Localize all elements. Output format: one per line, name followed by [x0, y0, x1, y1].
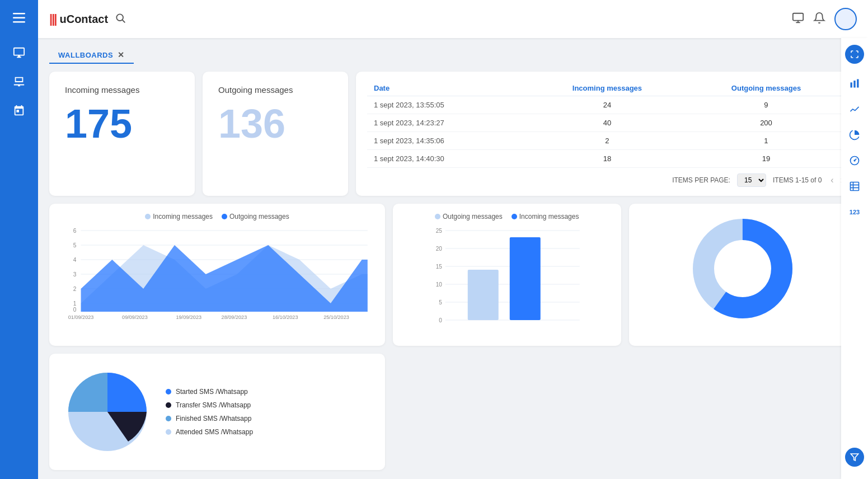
messages-table: Date Incoming messages Outgoing messages…: [367, 81, 846, 168]
prev-page-button[interactable]: ‹: [828, 175, 836, 185]
bar-chart-card: Outgoing messages Incoming messages: [393, 204, 621, 346]
svg-rect-2: [13, 21, 25, 23]
items-per-page-label: ITEMS PER PAGE:: [672, 176, 730, 184]
dashboard: Incoming messages 175 Outgoing messages …: [49, 72, 857, 470]
svg-text:28/09/2023: 28/09/2023: [222, 314, 247, 320]
pie-chart-svg: [63, 367, 152, 457]
user-avatar[interactable]: [834, 8, 857, 30]
svg-rect-41: [468, 270, 499, 320]
legend-finished: Finished SMS /Whatsapp: [166, 415, 253, 422]
bar-chart-panel-icon[interactable]: [844, 73, 865, 94]
legend-outgoing-dot: [222, 214, 227, 219]
svg-marker-55: [851, 454, 858, 461]
side-panel: 123: [841, 38, 868, 479]
line-chart-card: Incoming messages Outgoing messages: [49, 204, 385, 346]
line-chart: 6 5 4 3 2 1 0 01/09/2023: [58, 225, 376, 320]
svg-text:5: 5: [439, 299, 442, 306]
cell-date: 1 sept 2023, 14:35:06: [367, 132, 528, 150]
table-row: 1 sept 2023, 14:40:301819: [367, 150, 846, 168]
incoming-messages-card: Incoming messages 175: [49, 72, 195, 196]
tab-label: WALLBOARDS: [58, 51, 113, 59]
notification-icon[interactable]: [813, 12, 825, 27]
bar-legend-outgoing-label: Outgoing messages: [443, 213, 503, 220]
svg-rect-46: [851, 82, 852, 87]
cell-outgoing: 9: [687, 96, 846, 114]
svg-rect-47: [853, 81, 855, 88]
cell-outgoing: 19: [687, 150, 846, 168]
svg-rect-5: [793, 13, 803, 20]
cell-incoming: 40: [528, 114, 687, 132]
donut-chart-card: [629, 204, 857, 346]
top-row: Incoming messages 175 Outgoing messages …: [49, 72, 857, 196]
logo-text: uContact: [59, 13, 108, 26]
line-chart-panel-icon[interactable]: [844, 98, 865, 120]
svg-text:10: 10: [436, 281, 443, 288]
cell-outgoing: 200: [687, 114, 846, 132]
svg-text:5: 5: [73, 242, 77, 248]
svg-line-4: [123, 20, 125, 22]
table-footer: ITEMS PER PAGE: 15 25 50 ITEMS 1-15 of 0…: [367, 173, 846, 187]
svg-text:19/09/2023: 19/09/2023: [176, 314, 201, 320]
sidebar-item-screen[interactable]: [7, 69, 31, 94]
logo-icon: |||: [49, 12, 56, 26]
col-date: Date: [367, 81, 528, 96]
cell-outgoing: 1: [687, 132, 846, 150]
menu-button[interactable]: [8, 7, 30, 29]
svg-point-50: [854, 160, 855, 161]
search-button[interactable]: [115, 12, 126, 26]
incoming-value: 175: [65, 104, 179, 144]
table-row: 1 sept 2023, 14:35:0621: [367, 132, 846, 150]
legend-attended: Attended SMS /Whatsapp: [166, 428, 253, 436]
svg-text:09/09/2023: 09/09/2023: [122, 314, 148, 320]
outgoing-value: 136: [218, 104, 332, 144]
tab-wallboards[interactable]: WALLBOARDS ✕: [49, 47, 134, 64]
col-outgoing: Outgoing messages: [687, 81, 846, 96]
bar-legend-incoming-dot: [512, 214, 517, 219]
bar-legend-incoming: Incoming messages: [512, 213, 579, 220]
bar-chart-legend: Outgoing messages Incoming messages: [402, 213, 612, 220]
svg-text:01/09/2023: 01/09/2023: [68, 314, 94, 320]
legend-outgoing: Outgoing messages: [222, 213, 289, 220]
items-per-page-select[interactable]: 15 25 50: [737, 173, 766, 187]
messages-table-card: Date Incoming messages Outgoing messages…: [356, 72, 857, 196]
svg-text:4: 4: [73, 257, 77, 263]
filter-button[interactable]: [845, 448, 864, 467]
monitor-icon[interactable]: [792, 12, 804, 27]
legend-transfer-label: Transfer SMS /Whatsapp: [176, 401, 251, 409]
svg-marker-22: [81, 245, 368, 312]
sidebar-item-monitor[interactable]: [7, 40, 31, 65]
svg-text:25: 25: [436, 228, 443, 234]
svg-text:6: 6: [73, 228, 77, 234]
col-incoming: Incoming messages: [528, 81, 687, 96]
number-panel-icon[interactable]: 123: [844, 201, 865, 223]
svg-text:16/10/2023: 16/10/2023: [273, 314, 298, 320]
cell-incoming: 2: [528, 132, 687, 150]
svg-rect-42: [510, 237, 541, 320]
third-row: Started SMS /Whatsapp Transfer SMS /What…: [49, 354, 857, 470]
pie-legend: Started SMS /Whatsapp Transfer SMS /What…: [166, 388, 253, 436]
gauge-panel-icon[interactable]: [844, 150, 865, 171]
svg-text:0: 0: [439, 317, 442, 323]
sidebar-item-calendar[interactable]: [7, 98, 31, 123]
tab-close-button[interactable]: ✕: [118, 50, 125, 59]
legend-finished-dot: [166, 416, 171, 421]
cell-incoming: 18: [528, 150, 687, 168]
outgoing-label: Outgoing messages: [218, 85, 332, 95]
pie-chart-panel-icon[interactable]: [844, 124, 865, 145]
legend-finished-label: Finished SMS /Whatsapp: [176, 415, 251, 422]
legend-started-dot: [166, 389, 171, 395]
table-panel-icon[interactable]: [844, 176, 865, 197]
svg-rect-1: [13, 17, 25, 19]
bar-legend-outgoing: Outgoing messages: [435, 213, 503, 220]
fullscreen-button[interactable]: [845, 45, 864, 64]
incoming-label: Incoming messages: [65, 85, 179, 95]
pie-card-inner: Started SMS /Whatsapp Transfer SMS /What…: [58, 363, 376, 461]
logo: ||| uContact: [49, 12, 108, 26]
svg-rect-51: [851, 182, 859, 191]
svg-text:20: 20: [436, 246, 443, 252]
cell-date: 1 sept 2023, 14:40:30: [367, 150, 528, 168]
bottom-row: Incoming messages Outgoing messages: [49, 204, 857, 346]
svg-rect-0: [13, 13, 25, 15]
bar-legend-incoming-label: Incoming messages: [519, 213, 579, 220]
topbar: ||| uContact: [38, 0, 868, 38]
